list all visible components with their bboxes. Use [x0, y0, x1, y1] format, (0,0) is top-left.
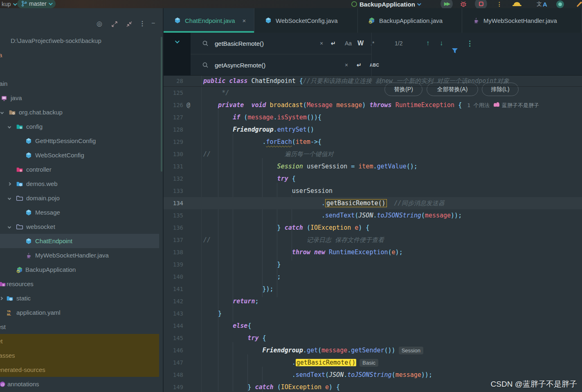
annotations-icon: @	[0, 381, 6, 388]
line-number: 130	[164, 148, 183, 160]
replace-input[interactable]: getAsyncRemote() × ↵ ABC	[191, 54, 371, 76]
tree-item-label: est	[0, 323, 6, 330]
clear-replace-icon[interactable]: ×	[345, 62, 348, 68]
run-config-name: BackupApplication	[360, 1, 415, 8]
class-icon	[174, 17, 181, 24]
code-line-134: 134 .getBasicRemote() //同步消息发送器	[164, 197, 582, 209]
hide-panel-icon[interactable]: −	[151, 20, 155, 27]
tree-item-websocket[interactable]: websocket	[0, 220, 159, 234]
tab-mywebsockethandler-java[interactable]: MyWebSocketHandler.java	[462, 8, 582, 33]
tree-item-enerated-sources[interactable]: enerated-sources	[0, 363, 159, 377]
tree-item-config[interactable]: config	[0, 119, 159, 134]
folder-pkg-icon	[9, 109, 16, 116]
chevron-down-icon[interactable]	[0, 110, 4, 114]
chevron-down-icon[interactable]	[8, 196, 11, 199]
chevron-right-icon[interactable]	[8, 182, 11, 185]
search-input[interactable]: getBasicRemote() × ↵ Aa W .*	[191, 33, 371, 54]
tree-item-et[interactable]: et	[0, 334, 159, 348]
project-selector[interactable]: kup	[2, 0, 16, 8]
tab-backupapplication-java[interactable]: BackupApplication.java	[358, 8, 462, 33]
tree-item-message[interactable]: Message	[0, 205, 159, 220]
rerun-button[interactable]: ▶▶	[440, 0, 453, 8]
chevron-down-icon[interactable]	[8, 125, 11, 128]
annotation-gutter-icon[interactable]: @	[187, 99, 190, 111]
code-line-141: 141 });	[164, 283, 582, 295]
svg-text:@: @	[1, 382, 4, 386]
avatar[interactable]	[556, 0, 564, 8]
class-icon	[25, 209, 32, 216]
tree-item-controller[interactable]: controller	[0, 162, 159, 177]
collapse-all-icon[interactable]	[126, 21, 133, 27]
clear-search-icon[interactable]: ×	[320, 40, 323, 47]
tree-item-resources[interactable]: resources	[0, 277, 159, 291]
tree-item-label: MyWebSocketHandler.java	[35, 252, 109, 259]
code-line-146: 146 Friendgroup.get(message.getSender())…	[164, 344, 582, 356]
tree-item-est[interactable]: est	[0, 320, 159, 334]
tree-item-backupapplication[interactable]: BackupApplication	[0, 262, 159, 277]
previous-match-button[interactable]: ↑	[426, 33, 430, 54]
tree-item-label: WebSocketConfig	[35, 152, 84, 159]
line-number: 142	[164, 295, 183, 307]
watermark: CSDN @蓝胖子不是胖子	[491, 379, 577, 390]
tab-label: WebSocketConfig.java	[276, 17, 337, 24]
tree-item-nain[interactable]: nain	[0, 76, 159, 91]
code-editor[interactable]: 28public class ChatEndpoint {//只要和该路由建立连…	[164, 76, 582, 392]
notification-button[interactable]	[512, 0, 522, 8]
words-toggle[interactable]: W	[357, 40, 364, 47]
collapse-replace-icon[interactable]	[175, 39, 180, 43]
tab-chatendpoint-java[interactable]: ChatEndpoint.java×	[164, 8, 254, 33]
tree-item-gethttpsessionconfig[interactable]: GetHttpSessionConfig	[0, 134, 159, 148]
debug-button[interactable]	[460, 0, 467, 8]
panel-options-icon[interactable]: ⋮	[139, 20, 146, 27]
stop-button[interactable]	[475, 0, 487, 8]
usages-hint: 1 个用法	[467, 102, 490, 108]
translate-button[interactable]: 文 A	[537, 0, 547, 8]
next-match-button[interactable]: ↓	[440, 33, 443, 54]
expand-all-icon[interactable]	[111, 21, 118, 27]
tree-item-demos-web[interactable]: demos.web	[0, 177, 159, 191]
stop-icon	[479, 2, 483, 6]
tree-item-static[interactable]: static	[0, 291, 159, 305]
project-panel: ◎ ⋮ − D:\JavaProject\web-sockt\backupana…	[0, 8, 164, 392]
run-config-selector[interactable]: BackupApplication	[351, 0, 420, 8]
tree-item-domain-pojo[interactable]: domain.pojo	[0, 191, 159, 205]
search-icon	[202, 40, 209, 47]
tree-item-chatendpoint[interactable]: ChatEndpoint	[0, 234, 159, 248]
locate-file-icon[interactable]: ◎	[97, 20, 102, 27]
users-icon	[494, 102, 500, 107]
tree-scrollbar[interactable]	[161, 37, 162, 172]
code-line-147: 147 .getBasicRemote()Basic	[164, 356, 582, 369]
author-hint: 蓝胖子不是胖子	[502, 102, 539, 108]
tree-item-label: resources	[7, 280, 34, 287]
close-tab-icon[interactable]: ×	[243, 17, 246, 24]
tree-item-label: nain	[0, 80, 7, 87]
class-icon	[25, 138, 32, 144]
tree-item-websocketconfig[interactable]: WebSocketConfig	[0, 148, 159, 162]
chevron-down-icon[interactable]	[8, 225, 11, 228]
settings-wrench-button[interactable]	[576, 0, 582, 8]
newline-icon[interactable]: ↵	[331, 40, 336, 47]
tab-websocketconfig-java[interactable]: WebSocketConfig.java	[254, 8, 358, 33]
tree-item-java[interactable]: java	[0, 91, 159, 105]
tree-item-label: static	[16, 295, 31, 302]
filter-icon[interactable]	[452, 40, 458, 61]
more-actions-button[interactable]: ⋮	[497, 0, 502, 8]
tree-item-lasses[interactable]: lasses	[0, 348, 159, 363]
project-root-path[interactable]: D:\JavaProject\web-sockt\backup	[0, 34, 159, 48]
chevron-right-icon[interactable]	[0, 296, 3, 300]
tree-item-mywebsockethandler-java[interactable]: MyWebSocketHandler.java	[0, 248, 159, 262]
tree-item-label: BackupApplication	[25, 266, 76, 273]
code-line-137: 137// 记录日志 保存文件便于查看	[164, 234, 582, 246]
branch-selector[interactable]: master	[17, 0, 56, 8]
tree-item-a[interactable]: a	[0, 48, 159, 62]
code-line-130: 130// 遍历每一个键值对	[164, 148, 582, 160]
newline-icon[interactable]: ↵	[357, 62, 362, 68]
tree-item-org-chat-backup[interactable]: org.chat.backup	[0, 105, 159, 119]
match-case-toggle[interactable]: Aa	[345, 40, 352, 47]
search-options-icon[interactable]: ⋮	[466, 33, 473, 54]
line-number: 144	[164, 320, 183, 332]
line-number: 128	[164, 123, 183, 136]
tree-item-application-yaml[interactable]: YAMLapplication.yaml	[0, 305, 159, 320]
tree-item-annotations[interactable]: @annotations	[0, 377, 159, 391]
java-root-icon	[1, 95, 7, 101]
